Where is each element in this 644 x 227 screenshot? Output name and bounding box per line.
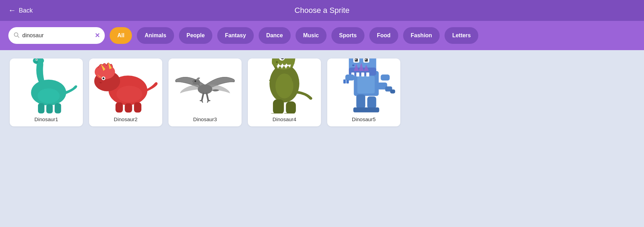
svg-rect-56 — [390, 89, 395, 93]
sprite-card-dinosaur4[interactable]: Dinosaur4 — [248, 58, 321, 126]
svg-rect-7 — [46, 104, 53, 114]
svg-rect-60 — [365, 108, 379, 112]
cat-btn-food[interactable]: Food — [369, 27, 398, 44]
svg-line-22 — [202, 93, 204, 101]
sprite-label-dinosaur4: Dinosaur4 — [273, 116, 296, 122]
sprite-image-dinosaur5 — [327, 58, 400, 115]
svg-rect-31 — [286, 102, 296, 114]
svg-rect-41 — [361, 73, 364, 77]
svg-rect-49 — [352, 65, 354, 66]
header: ← Back Choose a Sprite — [0, 0, 644, 21]
search-box: ✕ — [8, 27, 105, 44]
svg-point-20 — [192, 79, 200, 85]
cat-btn-people[interactable]: People — [179, 27, 212, 44]
sprite-grid: Dinosaur1 Dinosaur2 — [10, 58, 634, 126]
svg-rect-57 — [356, 95, 366, 109]
svg-rect-42 — [366, 73, 369, 77]
back-button[interactable]: ← Back — [8, 6, 33, 15]
page-title: Choose a Sprite — [294, 6, 350, 15]
filter-bar: ✕ AllAnimalsPeopleFantasyDanceMusicSport… — [0, 21, 644, 50]
svg-rect-52 — [343, 80, 346, 84]
svg-point-18 — [116, 86, 142, 102]
svg-line-23 — [207, 93, 209, 101]
sprite-label-dinosaur2: Dinosaur2 — [114, 116, 138, 122]
svg-point-9 — [38, 88, 60, 103]
svg-rect-15 — [116, 102, 123, 112]
svg-rect-50 — [345, 75, 354, 80]
cat-btn-all[interactable]: All — [110, 27, 132, 44]
sprite-label-dinosaur3: Dinosaur3 — [193, 116, 217, 122]
main-content: Dinosaur1 Dinosaur2 — [0, 50, 644, 210]
cat-btn-letters[interactable]: Letters — [445, 27, 478, 44]
svg-point-28 — [276, 61, 278, 63]
clear-search-icon[interactable]: ✕ — [95, 32, 100, 39]
sprite-label-dinosaur1: Dinosaur1 — [34, 116, 58, 122]
sprite-image-dinosaur4 — [248, 58, 321, 115]
svg-point-5 — [36, 60, 37, 61]
search-icon — [13, 32, 19, 40]
svg-point-21 — [195, 80, 196, 82]
back-label: Back — [19, 7, 33, 14]
svg-line-1 — [17, 36, 19, 37]
cat-btn-music[interactable]: Music — [296, 27, 327, 44]
svg-rect-44 — [355, 59, 358, 62]
svg-rect-8 — [55, 103, 61, 114]
svg-rect-17 — [134, 102, 141, 112]
cat-btn-dance[interactable]: Dance — [259, 27, 291, 44]
svg-rect-48 — [365, 59, 366, 60]
sprite-card-dinosaur2[interactable]: Dinosaur2 — [89, 58, 162, 126]
sprite-card-dinosaur3[interactable]: Dinosaur3 — [168, 58, 242, 126]
cat-btn-fantasy[interactable]: Fantasy — [217, 27, 253, 44]
sprite-image-dinosaur1 — [10, 58, 83, 115]
svg-rect-45 — [355, 59, 356, 60]
sprite-label-dinosaur5: Dinosaur5 — [352, 116, 376, 122]
cat-btn-sports[interactable]: Sports — [331, 27, 364, 44]
svg-rect-33 — [357, 76, 375, 94]
sprite-image-dinosaur3 — [168, 58, 242, 115]
svg-rect-47 — [365, 59, 368, 62]
svg-rect-58 — [367, 96, 376, 108]
svg-rect-40 — [356, 73, 360, 77]
category-buttons: AllAnimalsPeopleFantasyDanceMusicSportsF… — [110, 27, 478, 44]
sprite-card-dinosaur5[interactable]: Dinosaur5 — [327, 58, 400, 126]
svg-rect-53 — [346, 80, 349, 84]
sprite-image-dinosaur2 — [89, 58, 162, 115]
svg-rect-6 — [38, 103, 45, 114]
svg-rect-30 — [273, 100, 284, 114]
svg-rect-59 — [353, 108, 367, 112]
svg-rect-16 — [125, 103, 132, 113]
svg-point-14 — [103, 77, 104, 79]
sprite-card-dinosaur1[interactable]: Dinosaur1 — [10, 58, 83, 126]
back-arrow-icon: ← — [8, 6, 16, 15]
cat-btn-fashion[interactable]: Fashion — [403, 27, 440, 44]
cat-btn-animals[interactable]: Animals — [137, 27, 174, 44]
svg-rect-51 — [381, 75, 390, 80]
svg-point-29 — [275, 74, 293, 99]
search-input[interactable] — [22, 32, 92, 39]
